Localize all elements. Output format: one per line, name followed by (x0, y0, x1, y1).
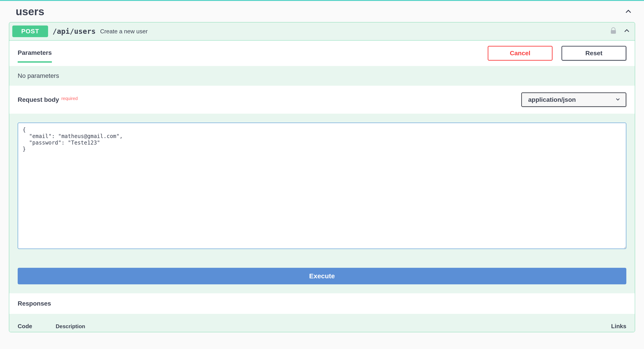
request-body-header: Request body required application/json (9, 86, 635, 114)
tag-header[interactable]: users (9, 1, 635, 22)
request-body-textarea[interactable] (18, 123, 626, 249)
request-body-title: Request body (18, 96, 59, 103)
column-links: Links (600, 323, 626, 330)
lock-icon[interactable] (610, 27, 619, 35)
reset-button[interactable]: Reset (562, 46, 626, 61)
operation-block: POST /api/users Create a new user Parame… (9, 22, 635, 332)
content-type-select[interactable]: application/json (521, 92, 626, 107)
column-description: Description (56, 323, 600, 329)
tab-parameters[interactable]: Parameters (18, 49, 52, 63)
responses-header: Responses (9, 293, 635, 314)
chevron-up-icon (624, 7, 633, 16)
column-code: Code (18, 323, 56, 330)
operation-path: /api/users (52, 27, 96, 36)
operation-description: Create a new user (100, 28, 148, 35)
chevron-up-icon[interactable] (623, 27, 630, 35)
cancel-button[interactable]: Cancel (488, 46, 552, 61)
operation-summary[interactable]: POST /api/users Create a new user (9, 22, 635, 41)
responses-title: Responses (18, 300, 626, 307)
responses-table-head: Code Description Links (9, 314, 635, 332)
svg-rect-0 (611, 30, 616, 34)
http-method-badge: POST (12, 26, 48, 37)
tag-title: users (16, 5, 44, 18)
required-label: required (61, 96, 78, 101)
no-parameters-text: No parameters (9, 66, 635, 86)
parameters-header: Parameters Cancel Reset (9, 41, 635, 66)
execute-button[interactable]: Execute (18, 268, 626, 284)
